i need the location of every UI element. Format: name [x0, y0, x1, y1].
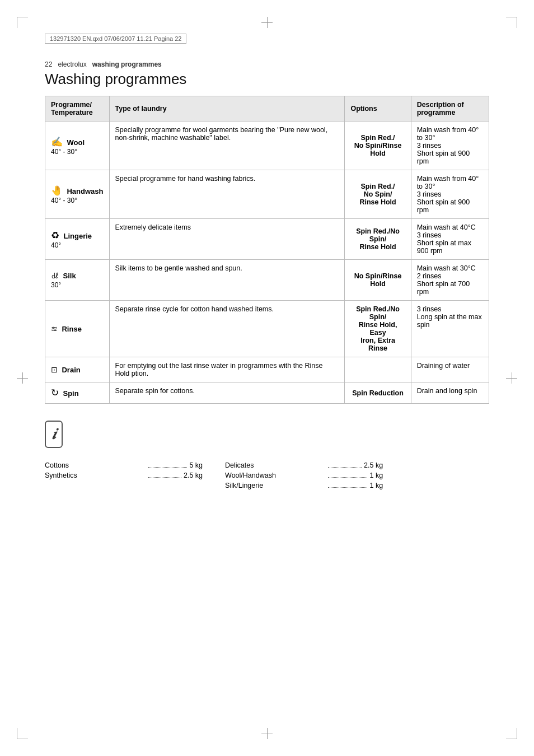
handwash-temp: 40° - 30°: [51, 197, 104, 204]
programme-cell-lingerie: ♻ Lingerie 40°: [45, 219, 110, 260]
wool-icon: ✍: [51, 137, 63, 147]
handwash-name: Handwash: [67, 187, 103, 195]
lingerie-icon: ♻: [51, 230, 59, 241]
rinse-laundry: Separate rinse cycle for cotton hand was…: [109, 301, 345, 357]
capacity-label-wool-handwash: Wool/Handwash: [225, 472, 326, 479]
col-header-laundry: Type of laundry: [109, 96, 345, 122]
drain-name: Drain: [62, 366, 80, 374]
wool-options: Spin Red./No Spin/Rinse Hold: [345, 122, 411, 170]
crosshair-bottom: [261, 728, 273, 739]
section-label: 22 electrolux washing programmes: [45, 60, 489, 68]
dots-wool-handwash: [328, 472, 367, 478]
silk-icon: ㎗: [51, 271, 59, 280]
programme-cell-drain: ⊡ Drain: [45, 357, 110, 382]
spin-name: Spin: [63, 389, 78, 398]
dots-silk-lingerie: [328, 482, 367, 488]
lingerie-options: Spin Red./No Spin/Rinse Hold: [345, 219, 411, 260]
crosshair-right: [506, 372, 517, 384]
capacity-col-left: Cottons 5 kg Synthetics 2.5 kg: [45, 461, 203, 489]
col-header-description: Description ofprogramme: [411, 96, 489, 122]
handwash-icon: 🤚: [51, 185, 63, 196]
page-number: 22: [45, 60, 52, 68]
capacity-value-silk-lingerie: 1 kg: [369, 482, 383, 489]
dots-cottons: [148, 461, 187, 468]
handwash-options: Spin Red./No Spin/Rinse Hold: [345, 170, 411, 219]
drain-options: [345, 357, 411, 382]
table-row: ↻ Spin Separate spin for cottons. Spin R…: [45, 382, 489, 404]
capacity-label-delicates: Delicates: [225, 461, 326, 469]
capacity-value-delicates: 2.5 kg: [364, 461, 383, 469]
silk-description: Main wash at 30°C2 rinsesShort spin at 7…: [411, 260, 489, 301]
page-title: Washing programmes: [45, 71, 489, 88]
capacity-row-wool-handwash: Wool/Handwash 1 kg: [225, 472, 383, 479]
rinse-icon: ≋: [51, 324, 58, 333]
corner-mark-bottom-right: [506, 728, 517, 739]
section-name: electrolux: [58, 60, 86, 68]
wool-name: Wool: [67, 138, 85, 147]
page: 132971320 EN.qxd 07/06/2007 11.21 Pagina…: [0, 0, 534, 756]
drain-description: Draining of water: [411, 357, 489, 382]
capacity-row-cottons: Cottons 5 kg: [45, 461, 203, 469]
lingerie-temp: 40°: [51, 241, 104, 249]
drain-laundry: For emptying out the last rinse water in…: [109, 357, 345, 382]
programme-cell-rinse: ≋ Rinse: [45, 301, 110, 357]
capacity-row-synthetics: Synthetics 2.5 kg: [45, 472, 203, 479]
handwash-description: Main wash from 40° to 30°3 rinsesShort s…: [411, 170, 489, 219]
wool-temp: 40° - 30°: [51, 148, 104, 156]
crosshair-top: [261, 17, 273, 28]
table-row: ♻ Lingerie 40° Extremely delicate items …: [45, 219, 489, 260]
silk-name: Silk: [63, 272, 76, 280]
crosshair-left: [17, 372, 28, 384]
programme-cell-silk: ㎗ Silk 30°: [45, 260, 110, 301]
lingerie-name: Lingerie: [63, 232, 92, 240]
capacity-col-right: Delicates 2.5 kg Wool/Handwash 1 kg Silk…: [225, 461, 383, 489]
col-header-options: Options: [345, 96, 411, 122]
silk-options: No Spin/Rinse Hold: [345, 260, 411, 301]
wool-description: Main wash from 40° to 30°3 rinsesShort s…: [411, 122, 489, 170]
col-header-programme: Programme/Temperature: [45, 96, 110, 122]
lingerie-laundry: Extremely delicate items: [109, 219, 345, 260]
corner-mark-top-right: [506, 17, 517, 28]
table-row: ≋ Rinse Separate rinse cycle for cotton …: [45, 301, 489, 357]
file-header: 132971320 EN.qxd 07/06/2007 11.21 Pagina…: [45, 34, 186, 44]
rinse-description: 3 rinsesLong spin at the max spin: [411, 301, 489, 357]
section-bold: washing programmes: [92, 60, 162, 68]
capacity-value-synthetics: 2.5 kg: [184, 472, 203, 479]
table-row: ⊡ Drain For emptying out the last rinse …: [45, 357, 489, 382]
silk-temp: 30°: [51, 281, 104, 289]
capacity-row-silk-lingerie: Silk/Lingerie 1 kg: [225, 482, 383, 489]
lingerie-description: Main wash at 40°C3 rinsesShort spin at m…: [411, 219, 489, 260]
spin-description: Drain and long spin: [411, 382, 489, 404]
dots-synthetics: [148, 472, 181, 478]
capacity-section: Cottons 5 kg Synthetics 2.5 kg Delicates…: [45, 461, 489, 489]
spin-laundry: Separate spin for cottons.: [109, 382, 345, 404]
corner-mark-top-left: [17, 17, 28, 28]
capacity-value-wool-handwash: 1 kg: [369, 472, 383, 479]
spin-icon: ↻: [51, 388, 59, 398]
drain-icon: ⊡: [51, 365, 58, 374]
wool-laundry: Specially programme for wool garments be…: [109, 122, 345, 170]
info-icon: 𝑖: [51, 425, 56, 442]
capacity-label-silk-lingerie: Silk/Lingerie: [225, 482, 326, 489]
capacity-label-cottons: Cottons: [45, 461, 146, 469]
programme-cell-spin: ↻ Spin: [45, 382, 110, 404]
capacity-label-synthetics: Synthetics: [45, 472, 146, 479]
table-row: ㎗ Silk 30° Silk items to be gentle washe…: [45, 260, 489, 301]
table-row: ✍ Wool 40° - 30° Specially programme for…: [45, 122, 489, 170]
spin-options: Spin Reduction: [345, 382, 411, 404]
rinse-options: Spin Red./No Spin/Rinse Hold, EasyIron, …: [345, 301, 411, 357]
capacity-row-delicates: Delicates 2.5 kg: [225, 461, 383, 469]
table-row: 🤚 Handwash 40° - 30° Special programme f…: [45, 170, 489, 219]
info-box: 𝑖: [45, 421, 63, 448]
programmes-table: Programme/Temperature Type of laundry Op…: [45, 96, 489, 404]
handwash-laundry: Special programme for hand washing fabri…: [109, 170, 345, 219]
rinse-name: Rinse: [62, 325, 81, 333]
capacity-value-cottons: 5 kg: [189, 461, 203, 469]
programme-cell-wool: ✍ Wool 40° - 30°: [45, 122, 110, 170]
programme-cell-handwash: 🤚 Handwash 40° - 30°: [45, 170, 110, 219]
dots-delicates: [328, 461, 362, 468]
corner-mark-bottom-left: [17, 728, 28, 739]
silk-laundry: Silk items to be gentle washed and spun.: [109, 260, 345, 301]
